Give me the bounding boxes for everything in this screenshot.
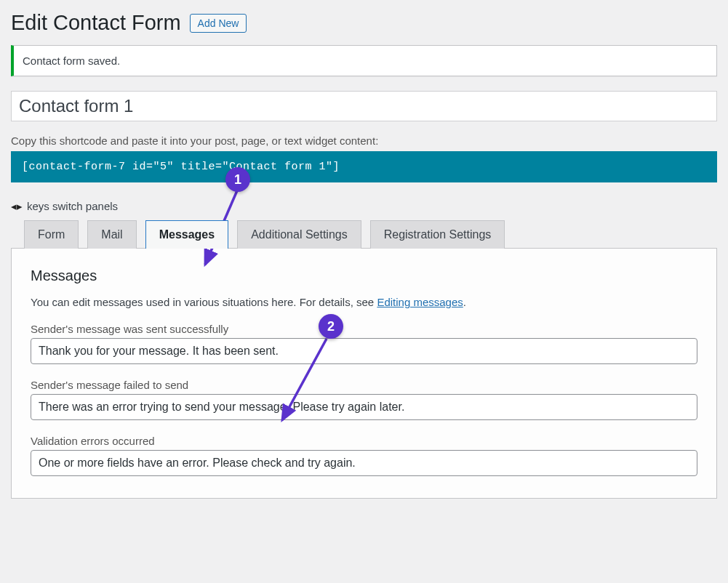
success-notice: Contact form saved. [11,45,717,76]
add-new-button[interactable]: Add New [190,14,247,33]
messages-panel: Messages You can edit messages used in v… [11,248,717,499]
panel-description: You can edit messages used in various si… [31,296,697,308]
msg-input-validation[interactable] [31,450,697,476]
tabs: Form Mail Messages Additional Settings R… [11,220,717,249]
tab-additional-settings[interactable]: Additional Settings [237,220,361,249]
hint-text: keys switch panels [27,200,118,212]
arrows-icon: ◂▸ [11,200,23,212]
tab-registration-settings[interactable]: Registration Settings [370,220,505,249]
tab-mail[interactable]: Mail [87,220,136,249]
shortcode-field[interactable]: [contact-form-7 id="5" title="Contact fo… [11,151,717,182]
tab-form[interactable]: Form [24,220,79,249]
form-title-input[interactable] [11,91,717,121]
msg-label-validation: Validation errors occurred [31,435,697,447]
msg-label-sent-ng: Sender's message failed to send [31,379,697,391]
page-title: Edit Contact Form [11,11,181,35]
msg-input-sent-ng[interactable] [31,394,697,420]
msg-input-sent-ok[interactable] [31,338,697,364]
shortcode-label: Copy this shortcode and paste it into yo… [11,134,717,147]
tab-messages[interactable]: Messages [145,220,229,249]
notice-text: Contact form saved. [23,55,120,67]
editing-messages-link[interactable]: Editing messages [377,296,463,308]
panel-switch-hint: ◂▸keys switch panels [11,200,717,213]
msg-label-sent-ok: Sender's message was sent successfully [31,323,697,335]
panel-heading: Messages [31,268,697,284]
